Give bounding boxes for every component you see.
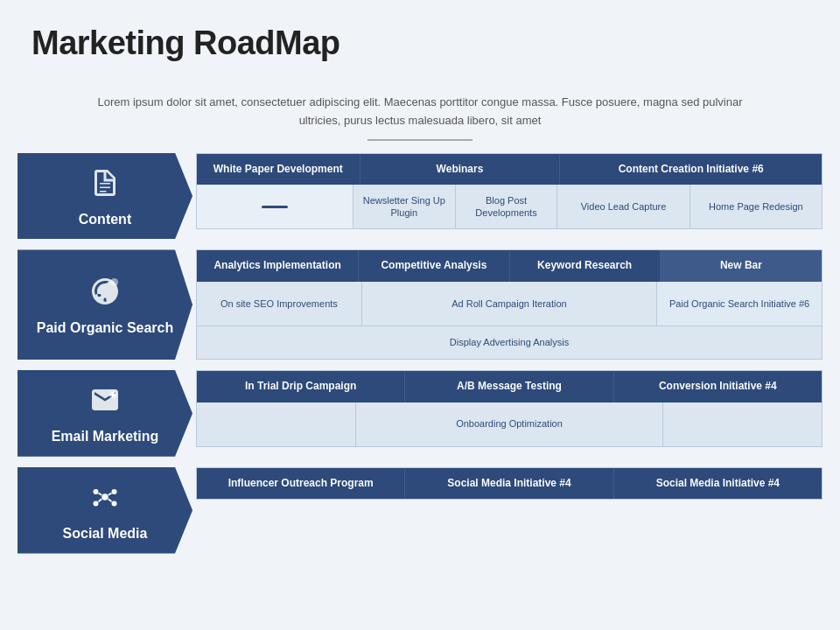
rows-container: Content White Paper Development Webinars… — [0, 144, 840, 554]
content-sub-3b: Home Page Redesign — [690, 185, 822, 228]
subtitle-text: Lorem ipsum dolor sit amet, consectetuer… — [79, 94, 761, 130]
svg-line-10 — [108, 499, 112, 501]
social-icon — [86, 478, 124, 516]
document-icon — [89, 167, 121, 199]
content-header: White Paper Development Webinars Content… — [197, 154, 822, 186]
email-grid: In Trial Drip Campaign A/B Message Testi… — [196, 370, 822, 457]
content-header-1: White Paper Development — [197, 154, 360, 186]
social-label-text: Social Media — [63, 525, 148, 543]
paid-extra-3 — [657, 326, 822, 359]
svg-point-2 — [102, 494, 108, 500]
social-grid: Influencer Outreach Program Social Media… — [196, 467, 822, 554]
email-label: Email Marketing — [18, 370, 192, 457]
social-row: Social Media Influencer Outreach Program… — [18, 467, 822, 554]
email-header: In Trial Drip Campaign A/B Message Testi… — [197, 371, 822, 402]
email-row: Email Marketing In Trial Drip Campaign A… — [18, 370, 822, 457]
paid-sub-1c: Paid Organic Search Initiative #6 — [657, 282, 822, 326]
paid-grid-wrapper: Analytics Implementation Competitive Ana… — [196, 249, 822, 360]
content-sub-2b: Blog Post Developments — [456, 185, 558, 228]
social-label: Social Media — [18, 467, 192, 554]
content-sub: Newsletter Sing Up Plugin Blog Post Deve… — [197, 185, 822, 228]
svg-line-8 — [108, 493, 112, 494]
paid-sub-1b: Ad Roll Campaign Iteration — [362, 282, 657, 326]
paid-extra-2: Display Advertising Analysis — [361, 326, 656, 359]
content-row: Content White Paper Development Webinars… — [18, 153, 822, 240]
content-icon — [86, 164, 124, 202]
paid-header-4: New Bar — [661, 250, 822, 282]
paid-sub-1a: On site SEO Improvements — [197, 282, 362, 326]
email-sub-1 — [197, 402, 356, 446]
social-header: Influencer Outreach Program Social Media… — [197, 468, 822, 500]
content-sub-3a: Video Lead Capture — [557, 185, 690, 228]
network-icon — [89, 481, 121, 513]
content-grid-wrapper: White Paper Development Webinars Content… — [196, 153, 822, 230]
page-title: Marketing RoadMap — [32, 24, 808, 62]
page: Marketing RoadMap Lorem ipsum dolor sit … — [0, 0, 840, 630]
content-grid: White Paper Development Webinars Content… — [196, 153, 822, 240]
paid-sub-1: On site SEO Improvements Ad Roll Campaig… — [197, 282, 822, 326]
svg-point-4 — [112, 489, 117, 494]
email-sub: Onboarding Optimization — [197, 402, 822, 446]
header-section: Marketing RoadMap — [0, 0, 840, 83]
paid-header-2: Competitive Analysis — [359, 250, 509, 282]
svg-line-7 — [99, 493, 102, 494]
paid-extra-1 — [197, 326, 361, 359]
email-sub-3 — [663, 402, 822, 446]
email-icon — [86, 381, 124, 419]
paid-label-text: Paid Organic Search — [37, 319, 174, 338]
target-icon — [89, 276, 121, 307]
content-header-3: Content Creation Initiative #6 — [560, 154, 822, 186]
paid-row: Paid Organic Search Analytics Implementa… — [18, 249, 822, 360]
svg-point-3 — [94, 489, 99, 494]
paid-header-3: Keyword Research — [510, 250, 661, 282]
svg-point-6 — [112, 500, 117, 506]
paid-label: Paid Organic Search — [18, 249, 192, 360]
social-header-3: Social Media Initiative #4 — [614, 468, 822, 500]
svg-point-0 — [110, 278, 118, 286]
divider — [368, 139, 472, 141]
email-grid-wrapper: In Trial Drip Campaign A/B Message Testi… — [196, 370, 822, 447]
email-sub-2: Onboarding Optimization — [356, 402, 663, 446]
envelope-icon — [89, 384, 121, 416]
email-header-1: In Trial Drip Campaign — [197, 371, 405, 402]
paid-grid: Analytics Implementation Competitive Ana… — [196, 249, 822, 360]
paid-icon — [86, 272, 124, 311]
paid-header-1: Analytics Implementation — [197, 250, 359, 282]
email-header-3: Conversion Initiative #4 — [614, 371, 822, 402]
social-header-1: Influencer Outreach Program — [197, 468, 405, 500]
social-grid-wrapper: Influencer Outreach Program Social Media… — [196, 467, 822, 500]
paid-header: Analytics Implementation Competitive Ana… — [197, 250, 822, 282]
subtitle-area: Lorem ipsum dolor sit amet, consectetuer… — [0, 83, 840, 144]
content-header-2: Webinars — [360, 154, 561, 186]
content-sub-2a: Newsletter Sing Up Plugin — [354, 185, 456, 228]
social-header-2: Social Media Initiative #4 — [405, 468, 613, 500]
svg-line-9 — [99, 499, 102, 501]
content-sub-1 — [197, 185, 354, 228]
svg-point-5 — [94, 500, 99, 506]
paid-sub-2: Display Advertising Analysis — [197, 326, 822, 359]
email-label-text: Email Marketing — [52, 428, 159, 446]
content-label-text: Content — [79, 211, 131, 229]
content-label: Content — [18, 153, 192, 240]
email-header-2: A/B Message Testing — [405, 371, 613, 402]
